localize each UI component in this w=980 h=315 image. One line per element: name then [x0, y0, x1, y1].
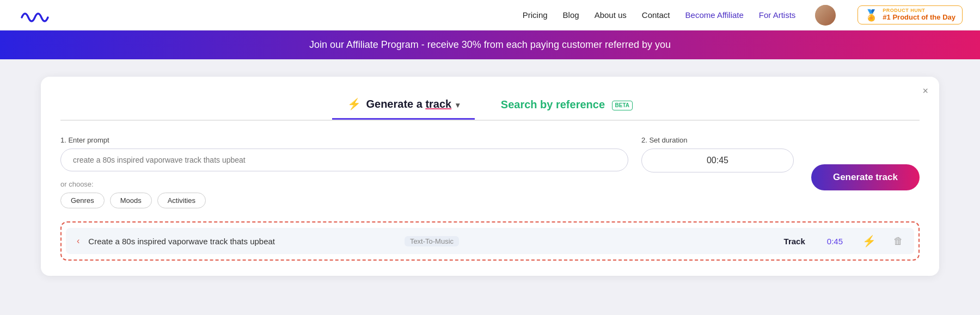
- nav-blog[interactable]: Blog: [563, 10, 579, 20]
- logo[interactable]: [17, 5, 56, 25]
- track-list: ‹ Create a 80s inspired vaporwave track …: [60, 221, 920, 261]
- product-hunt-badge[interactable]: 🏅 PRODUCT HUNT #1 Product of the Day: [857, 5, 963, 24]
- prompt-group: 1. Enter prompt: [60, 136, 628, 171]
- track-lightning-icon[interactable]: ⚡: [862, 234, 876, 248]
- form-fields: 1. Enter prompt 2. Set duration or choos…: [60, 136, 794, 208]
- tab-generate[interactable]: ⚡ Generate a track ▾: [332, 92, 475, 120]
- duration-input[interactable]: [641, 149, 794, 172]
- tabs: ⚡ Generate a track ▾ Search by reference…: [60, 92, 920, 121]
- avatar[interactable]: [815, 5, 836, 26]
- track-type: Track: [784, 237, 805, 246]
- dropdown-arrow-icon[interactable]: ▾: [456, 101, 460, 109]
- affiliate-banner[interactable]: Join our Affiliate Program - receive 30%…: [0, 30, 980, 59]
- tab-generate-track-word: track: [425, 98, 451, 110]
- main-content: × ⚡ Generate a track ▾ Search by referen…: [0, 59, 980, 293]
- moods-chip[interactable]: Moods: [110, 193, 152, 208]
- generate-button[interactable]: Generate track: [811, 164, 920, 190]
- navbar: Pricing Blog About us Contact Become Aff…: [0, 0, 980, 30]
- product-hunt-rank: #1 Product of the Day: [883, 14, 955, 21]
- table-row: ‹ Create a 80s inspired vaporwave track …: [66, 228, 914, 254]
- nav-contact[interactable]: Contact: [642, 10, 670, 20]
- nav-affiliate[interactable]: Become Affiliate: [685, 10, 744, 20]
- form-row-inputs: 1. Enter prompt 2. Set duration: [60, 136, 794, 172]
- duration-group: 2. Set duration: [641, 136, 794, 172]
- lightning-icon: ⚡: [347, 98, 361, 110]
- track-delete-icon[interactable]: 🗑: [893, 236, 903, 247]
- form-and-button: 1. Enter prompt 2. Set duration or choos…: [60, 136, 920, 208]
- nav-about[interactable]: About us: [595, 10, 627, 20]
- main-card: × ⚡ Generate a track ▾ Search by referen…: [41, 77, 939, 276]
- beta-badge: BETA: [612, 101, 633, 110]
- tab-search-label: Search by reference: [501, 98, 605, 110]
- avatar-image: [815, 5, 836, 26]
- product-hunt-medal-icon: 🏅: [865, 9, 878, 22]
- genres-chip[interactable]: Genres: [60, 193, 105, 208]
- close-button[interactable]: ×: [922, 85, 928, 97]
- activities-chip[interactable]: Activities: [157, 193, 206, 208]
- nav-links: Pricing Blog About us Contact Become Aff…: [523, 5, 963, 26]
- banner-text: Join our Affiliate Program - receive 30%…: [309, 39, 671, 50]
- track-title: Create a 80s inspired vaporwave track th…: [88, 237, 396, 246]
- prompt-input[interactable]: [60, 149, 628, 171]
- tab-generate-prefix: Generate a: [366, 98, 425, 110]
- chips-group: Genres Moods Activities: [60, 193, 794, 208]
- chevron-icon[interactable]: ‹: [77, 236, 79, 246]
- tab-search[interactable]: Search by reference BETA: [486, 93, 648, 119]
- product-hunt-text: PRODUCT HUNT #1 Product of the Day: [883, 8, 955, 21]
- track-tag: Text-To-Music: [405, 236, 459, 246]
- duration-label: 2. Set duration: [641, 136, 794, 144]
- track-duration: 0:45: [827, 237, 843, 246]
- prompt-label: 1. Enter prompt: [60, 136, 628, 144]
- nav-pricing[interactable]: Pricing: [523, 10, 548, 20]
- or-choose-text: or choose:: [60, 180, 794, 188]
- nav-artists[interactable]: For Artists: [759, 10, 796, 20]
